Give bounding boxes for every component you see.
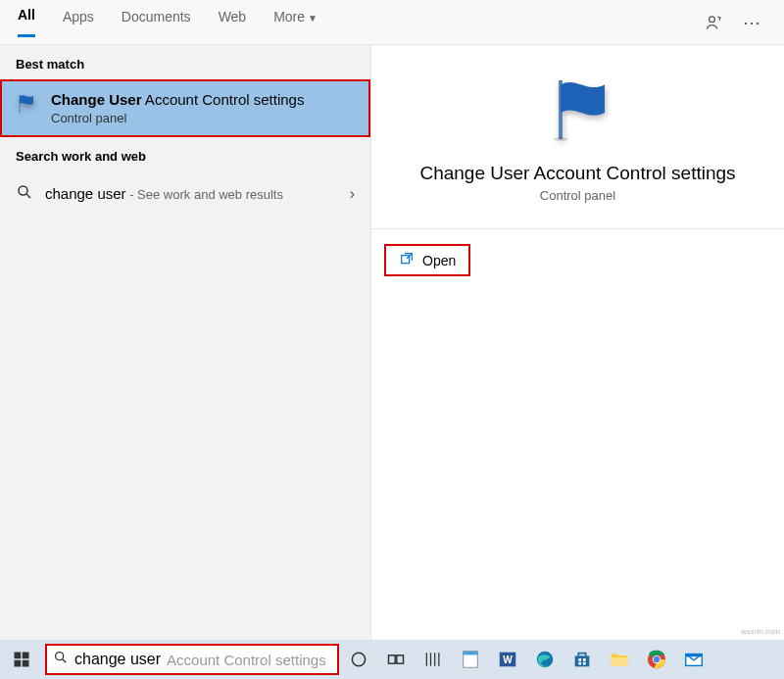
chrome-icon[interactable]: [639, 640, 674, 679]
search-icon: [16, 183, 33, 205]
results-list: Best match Change User Account Control s…: [0, 45, 370, 640]
svg-point-9: [56, 653, 64, 660]
svg-rect-12: [389, 655, 396, 663]
preview-pane: Change User Account Control settings Con…: [370, 45, 784, 640]
user-icon[interactable]: [700, 8, 729, 37]
best-match-result[interactable]: Change User Account Control settings Con…: [0, 79, 370, 137]
web-hint: - See work and web results: [126, 187, 283, 202]
preview-subtitle: Control panel: [540, 188, 615, 203]
taskbar-search[interactable]: change user Account Control settings: [45, 644, 339, 675]
svg-line-2: [26, 194, 30, 198]
preview-title: Change User Account Control settings: [400, 163, 755, 184]
svg-text:W: W: [503, 655, 513, 665]
svg-point-11: [352, 653, 365, 665]
taskbar: change user Account Control settings W: [0, 640, 784, 679]
divider: [371, 228, 784, 229]
open-label: Open: [422, 253, 456, 268]
chevron-right-icon: ›: [350, 185, 355, 203]
search-suggestion: Account Control settings: [167, 652, 326, 668]
svg-line-10: [63, 659, 66, 662]
open-button[interactable]: Open: [385, 245, 469, 275]
svg-rect-25: [583, 658, 586, 661]
svg-rect-28: [612, 657, 628, 665]
svg-point-3: [553, 137, 567, 141]
svg-point-0: [710, 16, 715, 22]
svg-point-1: [19, 186, 27, 195]
svg-rect-7: [15, 660, 22, 667]
search-icon: [53, 650, 69, 669]
best-match-label: Best match: [0, 45, 370, 79]
mail-icon[interactable]: [676, 640, 711, 679]
result-title-rest: Account Control settings: [142, 91, 305, 108]
web-search-result[interactable]: change user - See work and web results ›: [0, 171, 370, 217]
open-icon: [399, 251, 415, 269]
uac-flag-icon: [14, 91, 39, 117]
search-web-label: Search work and web: [0, 137, 370, 171]
tab-documents[interactable]: Documents: [122, 9, 191, 36]
start-button[interactable]: [0, 640, 43, 679]
search-filter-tabs: All Apps Documents Web More▼ ⋯: [0, 0, 784, 45]
file-explorer-icon[interactable]: [602, 640, 637, 679]
word-icon[interactable]: W: [490, 640, 525, 679]
tab-apps[interactable]: Apps: [63, 9, 94, 36]
svg-rect-24: [578, 658, 581, 661]
svg-rect-23: [575, 655, 590, 666]
svg-rect-5: [15, 653, 22, 659]
web-query: change user: [45, 185, 126, 202]
result-title-bold: Change User: [51, 91, 142, 108]
tab-more[interactable]: More▼: [273, 9, 318, 36]
svg-rect-26: [578, 662, 581, 665]
cortana-icon[interactable]: [341, 640, 376, 679]
more-options-icon[interactable]: ⋯: [737, 8, 766, 37]
svg-rect-13: [397, 655, 404, 663]
tab-web[interactable]: Web: [219, 9, 247, 36]
task-view-icon[interactable]: [378, 640, 414, 679]
watermark: wsxdn.com: [741, 627, 780, 636]
search-typed-text: change user: [74, 651, 161, 668]
notepad-icon[interactable]: [453, 640, 488, 679]
svg-rect-19: [464, 652, 478, 655]
tab-all[interactable]: All: [18, 7, 35, 37]
store-icon[interactable]: [564, 640, 600, 679]
uac-flag-icon: [543, 74, 613, 149]
svg-point-31: [654, 656, 660, 662]
svg-rect-8: [23, 660, 29, 667]
chevron-down-icon: ▼: [308, 13, 318, 24]
svg-rect-6: [23, 653, 29, 659]
svg-rect-27: [583, 662, 586, 665]
collection-icon[interactable]: [416, 640, 451, 679]
edge-icon[interactable]: [527, 640, 563, 679]
result-subtitle: Control panel: [51, 111, 304, 125]
svg-rect-33: [686, 655, 703, 657]
